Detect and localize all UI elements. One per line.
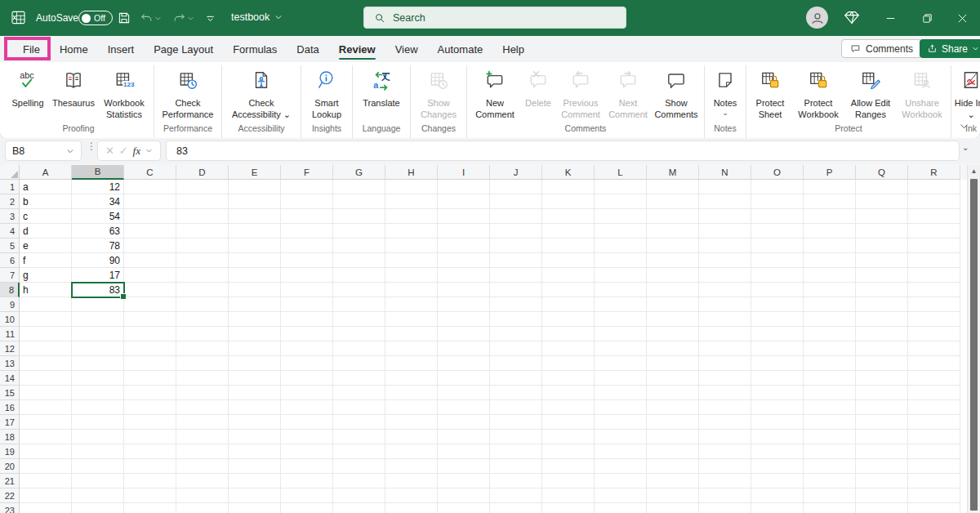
cell-Q17[interactable] xyxy=(856,415,908,430)
cell-K19[interactable] xyxy=(542,444,595,459)
cell-M10[interactable] xyxy=(647,312,699,327)
cell-D16[interactable] xyxy=(176,400,229,415)
cell-G14[interactable] xyxy=(333,371,385,386)
cell-B20[interactable] xyxy=(72,459,124,474)
cell-H20[interactable] xyxy=(385,459,438,474)
cell-P5[interactable] xyxy=(804,239,856,253)
check-performance-button[interactable]: Check Performance xyxy=(157,65,219,121)
column-header-A[interactable]: A xyxy=(20,165,72,180)
cell-M12[interactable] xyxy=(647,341,699,356)
cell-P6[interactable] xyxy=(804,253,856,268)
cell-H2[interactable] xyxy=(385,194,438,209)
cell-C11[interactable] xyxy=(124,327,176,341)
protect-sheet-button[interactable]: Protect Sheet xyxy=(749,65,791,121)
cell-Q2[interactable] xyxy=(856,194,908,209)
cell-E17[interactable] xyxy=(229,415,281,430)
cell-M22[interactable] xyxy=(647,488,699,503)
cell-N7[interactable] xyxy=(699,268,751,283)
cell-N21[interactable] xyxy=(699,474,751,488)
cell-K5[interactable] xyxy=(542,239,595,253)
cell-B13[interactable] xyxy=(72,356,124,371)
cell-K12[interactable] xyxy=(542,341,595,356)
cell-O15[interactable] xyxy=(751,386,804,400)
cell-R22[interactable] xyxy=(908,488,960,503)
cell-N1[interactable] xyxy=(699,180,751,194)
cell-F2[interactable] xyxy=(281,194,333,209)
cell-Q13[interactable] xyxy=(856,356,908,371)
cell-R2[interactable] xyxy=(908,194,960,209)
row-header-17[interactable]: 17 xyxy=(0,415,20,430)
row-header-3[interactable]: 3 xyxy=(0,209,20,224)
cell-K23[interactable] xyxy=(542,503,595,513)
cell-M11[interactable] xyxy=(647,327,699,341)
cell-D7[interactable] xyxy=(176,268,229,283)
cell-L21[interactable] xyxy=(595,474,647,488)
cell-P10[interactable] xyxy=(804,312,856,327)
cell-A6[interactable]: f xyxy=(20,253,72,268)
cell-K16[interactable] xyxy=(542,400,595,415)
cell-L20[interactable] xyxy=(595,459,647,474)
column-header-K[interactable]: K xyxy=(542,165,595,180)
cell-C17[interactable] xyxy=(124,415,176,430)
cell-J17[interactable] xyxy=(490,415,542,430)
cell-O7[interactable] xyxy=(751,268,804,283)
cell-B1[interactable]: 12 xyxy=(72,180,124,194)
cell-O13[interactable] xyxy=(751,356,804,371)
cell-B11[interactable] xyxy=(72,327,124,341)
cell-I17[interactable] xyxy=(438,415,490,430)
cell-G7[interactable] xyxy=(333,268,385,283)
row-header-6[interactable]: 6 xyxy=(0,253,20,268)
cell-K13[interactable] xyxy=(542,356,595,371)
cell-F21[interactable] xyxy=(281,474,333,488)
cell-E11[interactable] xyxy=(229,327,281,341)
cell-B4[interactable]: 63 xyxy=(72,224,124,239)
cell-B17[interactable] xyxy=(72,415,124,430)
new-comment-button[interactable]: New Comment xyxy=(470,65,520,121)
cell-A11[interactable] xyxy=(20,327,72,341)
cell-J23[interactable] xyxy=(490,503,542,513)
cell-N20[interactable] xyxy=(699,459,751,474)
cell-A1[interactable]: a xyxy=(20,180,72,194)
cell-P7[interactable] xyxy=(804,268,856,283)
cell-J16[interactable] xyxy=(490,400,542,415)
cell-O6[interactable] xyxy=(751,253,804,268)
cell-J18[interactable] xyxy=(490,430,542,444)
cell-K6[interactable] xyxy=(542,253,595,268)
cell-K9[interactable] xyxy=(542,297,595,312)
cell-H15[interactable] xyxy=(385,386,438,400)
cell-N18[interactable] xyxy=(699,430,751,444)
cell-N4[interactable] xyxy=(699,224,751,239)
cell-I3[interactable] xyxy=(438,209,490,224)
row-header-15[interactable]: 15 xyxy=(0,386,20,400)
cell-O8[interactable] xyxy=(751,283,804,297)
cell-A15[interactable] xyxy=(20,386,72,400)
cell-A4[interactable]: d xyxy=(20,224,72,239)
cell-Q12[interactable] xyxy=(856,341,908,356)
cell-C20[interactable] xyxy=(124,459,176,474)
cell-D22[interactable] xyxy=(176,488,229,503)
cell-E3[interactable] xyxy=(229,209,281,224)
cell-J21[interactable] xyxy=(490,474,542,488)
cell-C23[interactable] xyxy=(124,503,176,513)
cell-B12[interactable] xyxy=(72,341,124,356)
cell-G17[interactable] xyxy=(333,415,385,430)
cell-P11[interactable] xyxy=(804,327,856,341)
cell-B10[interactable] xyxy=(72,312,124,327)
cell-B23[interactable] xyxy=(72,503,124,513)
cell-L17[interactable] xyxy=(595,415,647,430)
minimize-button[interactable] xyxy=(876,0,904,36)
cell-P13[interactable] xyxy=(804,356,856,371)
cell-O9[interactable] xyxy=(751,297,804,312)
cell-D13[interactable] xyxy=(176,356,229,371)
cell-H21[interactable] xyxy=(385,474,438,488)
vertical-scrollbar[interactable]: ▲ xyxy=(967,165,979,513)
cell-O10[interactable] xyxy=(751,312,804,327)
cell-F8[interactable] xyxy=(281,283,333,297)
cell-K2[interactable] xyxy=(542,194,595,209)
cell-A16[interactable] xyxy=(20,400,72,415)
cell-H13[interactable] xyxy=(385,356,438,371)
cell-G21[interactable] xyxy=(333,474,385,488)
cell-L1[interactable] xyxy=(595,180,647,194)
cell-F9[interactable] xyxy=(281,297,333,312)
formula-input[interactable] xyxy=(167,145,902,157)
